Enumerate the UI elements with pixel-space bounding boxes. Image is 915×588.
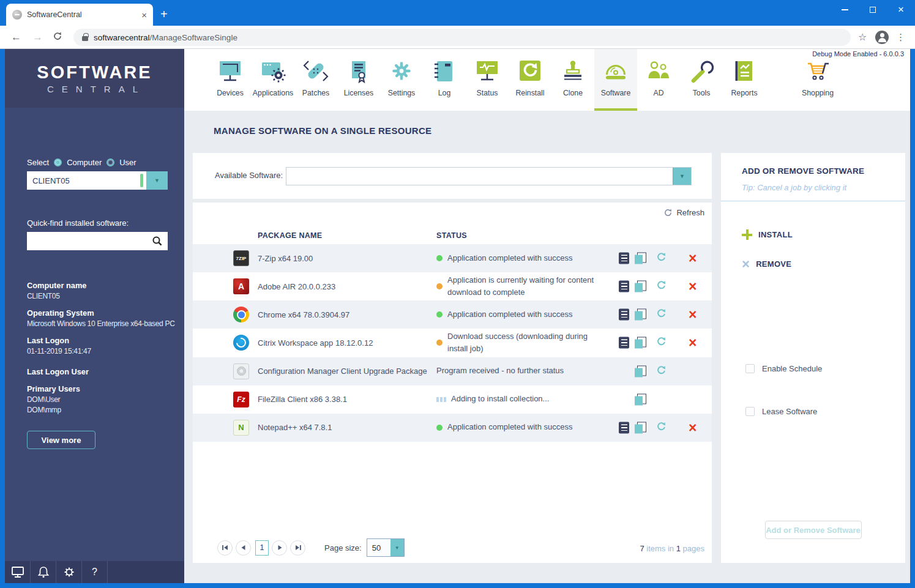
table-row[interactable]: Citrix Workspace app 18.12.0.12 Download… — [193, 329, 712, 357]
copy-job-icon[interactable] — [635, 422, 646, 433]
radio-computer[interactable] — [54, 158, 62, 166]
maximize-button[interactable] — [859, 0, 887, 20]
nav-item-settings[interactable]: Settings — [380, 49, 423, 111]
previous-page-button[interactable] — [236, 540, 251, 556]
last-page-button[interactable] — [290, 540, 305, 556]
table-row[interactable]: Chrome x64 78.0.3904.97 Application comp… — [193, 300, 712, 329]
quickfind-input[interactable] — [27, 232, 152, 250]
job-log-icon[interactable] — [619, 337, 629, 349]
available-software-dropdown-button[interactable]: ▼ — [673, 168, 691, 185]
remove-job-icon[interactable]: × — [689, 251, 697, 266]
refresh-link[interactable]: Refresh — [663, 208, 704, 217]
copy-job-icon[interactable] — [635, 337, 646, 349]
browser-tab[interactable]: SoftwareCentral × — [6, 4, 153, 26]
nav-item-ad[interactable]: AD — [637, 49, 680, 111]
remote-desktop-icon[interactable] — [5, 561, 31, 583]
table-row[interactable]: Configuration Manager Client Upgrade Pac… — [193, 357, 712, 385]
radio-user[interactable] — [106, 158, 114, 166]
table-row[interactable]: 7-Zip x64 19.00 Application completed wi… — [193, 244, 712, 272]
settings-icon — [387, 59, 416, 86]
first-page-button[interactable] — [217, 540, 233, 556]
table-row[interactable]: Notepad++ x64 7.8.1 Application complete… — [193, 414, 712, 442]
page-size-select[interactable]: 50 ▼ — [367, 538, 405, 557]
nav-item-applications[interactable]: Applications — [252, 49, 294, 111]
browser-menu-icon[interactable]: ⋮ — [896, 32, 905, 43]
secure-lock-icon[interactable] — [82, 36, 88, 41]
job-log-icon[interactable] — [619, 281, 629, 292]
help-icon[interactable]: ? — [82, 561, 108, 583]
nav-item-clone[interactable]: Clone — [551, 49, 594, 111]
remove-job-icon[interactable]: × — [689, 280, 697, 294]
minimize-button[interactable] — [831, 0, 859, 20]
shopping-cart-icon — [803, 59, 832, 86]
job-log-icon[interactable] — [619, 253, 629, 264]
current-page-number[interactable]: 1 — [255, 540, 269, 556]
clone-icon — [558, 59, 588, 86]
nav-item-tools[interactable]: Tools — [680, 49, 723, 111]
notifications-bell-icon[interactable] — [31, 561, 56, 583]
nav-item-reports[interactable]: Reports — [723, 49, 766, 111]
radio-computer-label[interactable]: Computer — [67, 158, 102, 167]
window-close-button[interactable]: × — [887, 0, 915, 20]
copy-job-icon[interactable] — [635, 281, 646, 292]
install-option[interactable]: INSTALL — [742, 229, 793, 240]
radio-user-label[interactable]: User — [119, 158, 136, 167]
reload-button[interactable] — [53, 31, 62, 43]
remove-job-icon[interactable]: × — [689, 336, 697, 350]
address-bar[interactable]: softwarecentral/ManageSoftwareSingle — [73, 29, 851, 46]
nav-item-devices[interactable]: Devices — [209, 49, 252, 111]
copy-job-icon[interactable] — [635, 253, 646, 264]
page-size-dropdown-button[interactable]: ▼ — [390, 539, 404, 556]
table-row[interactable]: Adobe AIR 20.0.0.233 Application is curr… — [193, 272, 712, 300]
rerun-job-icon[interactable] — [655, 251, 667, 266]
tools-icon — [687, 59, 716, 86]
nav-item-status[interactable]: Status — [466, 49, 509, 111]
computer-select-input[interactable] — [27, 171, 146, 190]
job-log-icon[interactable] — [619, 422, 629, 433]
forward-button[interactable]: → — [32, 31, 43, 43]
copy-job-icon[interactable] — [635, 393, 646, 405]
copy-job-icon[interactable] — [635, 365, 646, 377]
rerun-job-icon[interactable] — [655, 364, 667, 378]
next-page-button[interactable] — [272, 540, 287, 556]
nav-item-reinstall[interactable]: Reinstall — [509, 49, 551, 111]
table-row[interactable]: FileZilla Client x86 3.38.1 Adding to in… — [193, 385, 712, 414]
available-software-input[interactable] — [286, 168, 673, 185]
copy-job-icon[interactable] — [635, 309, 646, 321]
rerun-job-icon[interactable] — [655, 280, 667, 294]
nav-item-licenses[interactable]: Licenses — [337, 49, 380, 111]
status-cell: Adding to install collection... — [436, 393, 618, 405]
enable-schedule-checkbox[interactable] — [745, 364, 755, 373]
profile-avatar[interactable] — [875, 31, 889, 44]
nav-item-patches[interactable]: Patches — [294, 49, 337, 111]
job-log-icon[interactable] — [619, 309, 629, 321]
nav-item-software[interactable]: Software — [594, 49, 637, 111]
tab-close-icon[interactable]: × — [141, 10, 147, 20]
remove-option[interactable]: × REMOVE — [742, 259, 791, 269]
lease-software-checkbox[interactable] — [745, 407, 755, 416]
settings-gear-icon[interactable] — [56, 561, 82, 583]
package-name: 7-Zip x64 19.00 — [258, 254, 436, 263]
quickfind-label: Quick-find installed software: — [27, 218, 184, 228]
add-or-remove-software-button[interactable]: Add or Remove Software — [765, 521, 862, 539]
main-content: MANAGE SOFTWARE ON A SINGLE RESOURCE Ava… — [184, 111, 910, 583]
table-header: PACKAGE NAME STATUS — [193, 227, 712, 244]
devices-icon — [215, 59, 245, 86]
rerun-job-icon[interactable] — [655, 420, 667, 434]
remove-job-icon[interactable]: × — [689, 308, 697, 322]
nav-item-shopping[interactable]: Shopping — [796, 49, 839, 111]
nav-item-log[interactable]: Log — [423, 49, 466, 111]
rerun-job-icon[interactable] — [655, 336, 667, 350]
refresh-icon — [663, 208, 673, 217]
rerun-job-icon[interactable] — [655, 308, 667, 322]
available-software-panel: Available Software: ▼ — [193, 153, 712, 199]
new-tab-button[interactable]: + — [160, 7, 168, 21]
view-more-button[interactable]: View more — [27, 431, 95, 449]
remove-job-icon[interactable]: × — [689, 420, 697, 434]
search-icon[interactable] — [152, 236, 163, 247]
bookmark-star-icon[interactable]: ☆ — [858, 31, 867, 43]
back-button[interactable]: ← — [11, 31, 21, 43]
status-cell: Application completed with success — [436, 308, 618, 321]
url-path: /ManageSoftwareSingle — [150, 33, 237, 42]
computer-select-dropdown-button[interactable]: ▼ — [146, 171, 168, 190]
